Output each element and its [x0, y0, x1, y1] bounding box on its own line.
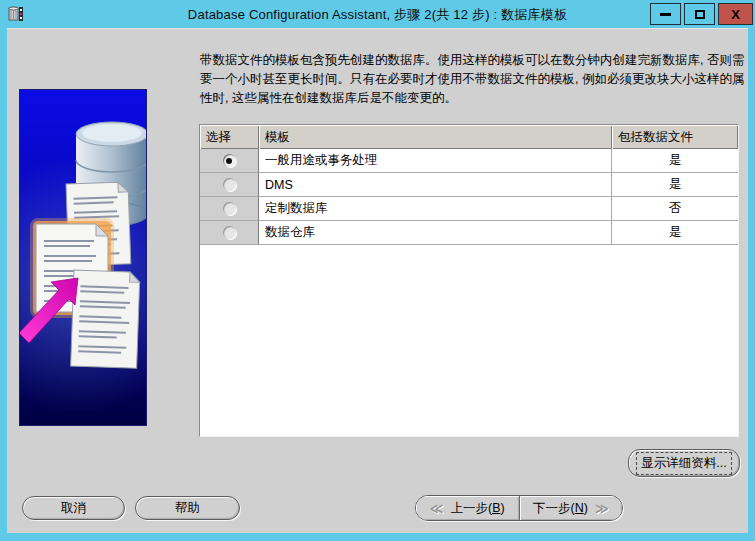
maximize-button[interactable]	[684, 3, 715, 25]
dialog-content: 带数据文件的模板包含预先创建的数据库。使用这样的模板可以在数分钟内创建完新数据库…	[7, 28, 748, 533]
table-empty-area	[200, 245, 738, 436]
template-name-cell[interactable]: 定制数据库	[259, 197, 612, 221]
back-button[interactable]: ≪ 上一步(B)	[416, 496, 520, 520]
back-chevron-icon: ≪	[430, 501, 444, 516]
help-button[interactable]: 帮助	[135, 496, 240, 520]
template-radio-cell[interactable]	[200, 173, 259, 197]
database-template-illustration	[20, 90, 146, 425]
wizard-nav-group: ≪ 上一步(B) 下一步(N) ≫	[415, 495, 623, 521]
next-chevron-icon: ≫	[595, 501, 609, 516]
cancel-button[interactable]: 取消	[22, 496, 125, 520]
window-title: Database Configuration Assistant, 步骤 2(共…	[0, 6, 755, 24]
dbca-window: Database Configuration Assistant, 步骤 2(共…	[0, 0, 755, 541]
include-datafiles-cell[interactable]: 是	[612, 149, 738, 173]
radio-dot-icon	[226, 158, 232, 164]
template-radio-cell[interactable]	[200, 197, 259, 221]
radio-button[interactable]	[223, 178, 236, 191]
radio-button[interactable]	[223, 226, 236, 239]
document-icon	[71, 270, 140, 368]
radio-button[interactable]	[223, 202, 236, 215]
next-button[interactable]: 下一步(N) ≫	[520, 496, 623, 520]
close-button[interactable]: X	[718, 3, 753, 25]
maximize-icon	[695, 10, 705, 19]
wizard-graphic-panel	[19, 89, 147, 426]
template-radio-cell[interactable]	[200, 149, 259, 173]
radio-button[interactable]	[223, 154, 236, 167]
template-table: 选择 模板 包括数据文件 一般用途或事务处理 是 DMS 是 定制数据库 否	[199, 124, 739, 437]
include-datafiles-cell[interactable]: 是	[612, 173, 738, 197]
column-header-select: 选择	[200, 125, 259, 149]
next-label: 下一步(N)	[533, 500, 588, 517]
template-radio-cell[interactable]	[200, 221, 259, 245]
include-datafiles-cell[interactable]: 否	[612, 197, 738, 221]
show-details-label: 显示详细资料...	[636, 452, 731, 475]
column-header-template: 模板	[259, 125, 612, 149]
column-header-include-datafiles: 包括数据文件	[612, 125, 738, 149]
close-icon: X	[731, 8, 740, 21]
minimize-button[interactable]	[650, 3, 681, 25]
minimize-icon	[660, 13, 671, 16]
window-controls: X	[647, 3, 753, 25]
back-label: 上一步(B)	[450, 500, 504, 517]
show-details-button[interactable]: 显示详细资料...	[628, 449, 740, 477]
include-datafiles-cell[interactable]: 是	[612, 221, 738, 245]
description-text: 带数据文件的模板包含预先创建的数据库。使用这样的模板可以在数分钟内创建完新数据库…	[200, 51, 752, 108]
titlebar: Database Configuration Assistant, 步骤 2(共…	[0, 0, 755, 28]
template-name-cell[interactable]: 数据仓库	[259, 221, 612, 245]
template-name-cell[interactable]: 一般用途或事务处理	[259, 149, 612, 173]
template-name-cell[interactable]: DMS	[259, 173, 612, 197]
